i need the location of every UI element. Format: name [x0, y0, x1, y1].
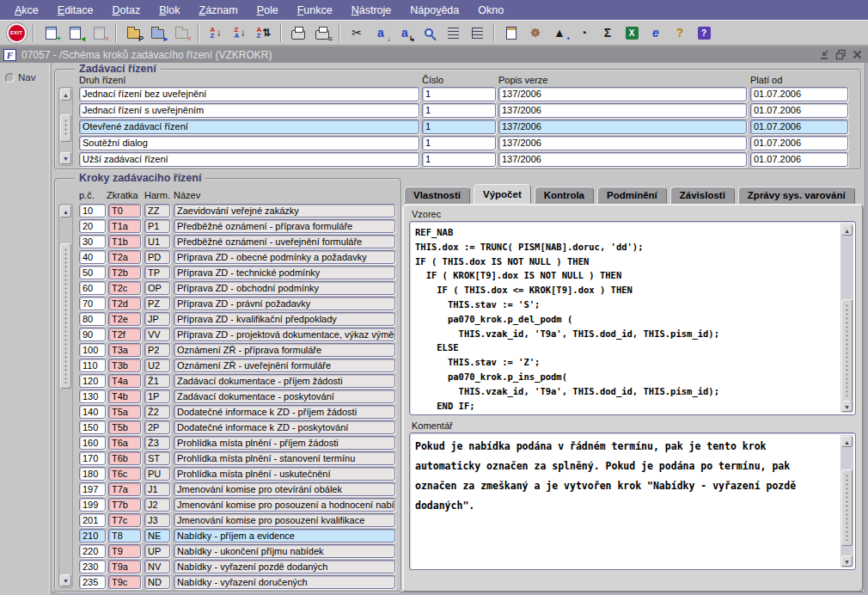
cell-harm[interactable]: U2 [144, 359, 170, 372]
menu-item-pole[interactable]: Pole [248, 2, 288, 19]
cell-nazev[interactable]: Zadávací dokumentace - příjem žádosti [174, 374, 395, 388]
cell-plati[interactable]: 01.07.2006 [750, 136, 848, 150]
cell-zkratka[interactable]: T0 [108, 204, 141, 218]
cell-druh[interactable]: Užší zadávací řízení [79, 152, 419, 167]
cell-nazev[interactable]: Prohlídka místa plnění - příjem žádosti [174, 436, 395, 450]
scrollbar-thumb[interactable] [841, 299, 853, 402]
cut-icon[interactable]: ✂ [345, 22, 368, 43]
menu-item-editace[interactable]: Editace [48, 2, 103, 19]
cell-harm[interactable]: P2 [144, 343, 170, 357]
menu-item-okno[interactable]: Okno [468, 2, 513, 19]
cell-pc[interactable]: 120 [79, 374, 106, 388]
cell-nazev[interactable]: Prohlídka místa plnění - stanovení termí… [174, 451, 395, 465]
cell-zkratka[interactable]: T1b [108, 235, 141, 248]
cell-pc[interactable]: 90 [79, 328, 106, 341]
cell-pc[interactable]: 160 [79, 436, 106, 450]
cell-harm[interactable]: 2P [144, 420, 170, 434]
cell-harm[interactable]: J3 [144, 513, 170, 527]
cell-harm[interactable]: UP [144, 544, 170, 558]
cell-harm[interactable]: Ž3 [144, 436, 170, 450]
cell-pc[interactable]: 50 [79, 266, 106, 279]
cell-harm[interactable]: 1P [144, 390, 170, 403]
cell-pc[interactable]: 210 [79, 529, 106, 543]
cell-plati[interactable]: 01.07.2006 [750, 103, 848, 118]
scroll-down-icon[interactable]: ▼ [841, 555, 853, 567]
tab-zpravy-sys-varovani[interactable]: Zprávy sys. varování [738, 187, 855, 204]
cell-pc[interactable]: 20 [79, 219, 106, 233]
cell-popis[interactable]: 137/2006 [498, 120, 747, 134]
cell-nazev[interactable]: Oznámení ZŘ - příprava formuláře [174, 343, 395, 357]
cell-cislo[interactable]: 1 [422, 120, 496, 134]
wheel-icon[interactable]: ☸ [524, 22, 547, 43]
cell-harm[interactable]: PD [144, 250, 170, 264]
cell-pc[interactable]: 230 [79, 560, 106, 574]
cell-nazev[interactable]: Dodatečné informace k ZD - příjem žádost… [174, 405, 395, 419]
list-icon[interactable] [442, 22, 464, 43]
cell-pc[interactable]: 80 [79, 312, 106, 326]
tab-kontrola[interactable]: Kontrola [535, 187, 594, 204]
cell-zkratka[interactable]: T5a [108, 405, 141, 419]
menu-item-akce[interactable]: Akce [5, 2, 48, 19]
cell-pc[interactable]: 140 [79, 405, 106, 419]
scroll-up-icon[interactable]: ▲ [841, 224, 853, 236]
cell-zkratka[interactable]: T3b [108, 359, 141, 372]
cell-zkratka[interactable]: T9c [108, 575, 141, 589]
item-help-icon[interactable]: ? [669, 22, 691, 43]
cell-harm[interactable]: NE [144, 529, 170, 543]
cell-zkratka[interactable]: T3a [108, 343, 141, 357]
cell-zkratka[interactable]: T5b [108, 420, 141, 434]
cell-druh[interactable]: Soutěžní dialog [79, 136, 419, 150]
sort-asc-icon[interactable]: AZ↓ [205, 22, 227, 43]
pyramid-icon[interactable]: ▲• [548, 22, 571, 43]
cell-cislo[interactable]: 1 [422, 136, 496, 150]
cell-zkratka[interactable]: T4a [108, 374, 141, 388]
komentar-textarea[interactable]: Pokud je nabídka podána v řádném termínu… [409, 432, 856, 570]
cell-pc[interactable]: 100 [79, 343, 106, 357]
mdi-window-titlebar[interactable]: F 07057 - /Schéma kroků zadávacího řízen… [0, 46, 868, 63]
cell-harm[interactable]: P1 [144, 219, 170, 233]
print-icon[interactable] [287, 22, 309, 43]
cell-pc[interactable]: 235 [79, 575, 106, 589]
duplicate-record-icon[interactable]: ◂ [64, 22, 86, 43]
cell-harm[interactable]: ST [144, 451, 170, 465]
cell-popis[interactable]: 137/2006 [498, 103, 747, 118]
cell-pc[interactable]: 60 [79, 281, 106, 295]
cell-harm[interactable]: PU [144, 467, 170, 481]
cell-harm[interactable]: ZZ [144, 204, 170, 218]
vzorec-textarea[interactable]: REF_NAB THIS.dox := TRUNC( PISM[NAB].dor… [409, 221, 856, 415]
excel-icon[interactable]: X [620, 22, 643, 43]
cell-pc[interactable]: 199 [79, 498, 106, 512]
tab-vlastnosti[interactable]: Vlastnosti [404, 187, 470, 204]
nav-radio-button[interactable] [5, 73, 15, 83]
cell-nazev[interactable]: Jmenování komise pro posouzení a hodnoce… [174, 498, 395, 512]
cell-nazev[interactable]: Příprava ZD - obecné podmínky a požadavk… [174, 250, 395, 264]
komentar-scrollbar[interactable]: ▲ ▼ [840, 435, 853, 567]
browser-icon[interactable]: e [645, 22, 667, 43]
cell-nazev[interactable]: Předběžné oznámení - příprava formuláře [174, 219, 395, 233]
close-icon[interactable] [851, 49, 863, 60]
cell-pc[interactable]: 110 [79, 359, 106, 372]
cell-pc[interactable]: 170 [79, 451, 106, 465]
cell-nazev[interactable]: Předběžné oznámení - uveřejnění formulář… [174, 235, 395, 248]
cell-nazev[interactable]: Příprava ZD - kvalifikační předpoklady [174, 312, 395, 326]
cell-zkratka[interactable]: T2c [108, 281, 141, 295]
cell-harm[interactable]: Ž2 [144, 405, 170, 419]
cell-zkratka[interactable]: T9a [108, 560, 141, 574]
menu-item-funkce[interactable]: Funkce [288, 2, 342, 19]
cell-pc[interactable]: 70 [79, 297, 106, 310]
cell-druh[interactable]: Jednací řízení s uveřejněním [79, 103, 419, 118]
cell-nazev[interactable]: Nabídky - vyřazení doručených [174, 575, 395, 589]
cell-nazev[interactable]: Jmenování komise pro otevírání obálek [174, 482, 395, 496]
print-pages-icon[interactable]: ≡ [311, 22, 333, 43]
cell-druh[interactable]: Otevřené zadávací řízení [79, 120, 419, 134]
tab-vypocet[interactable]: Výpočet [474, 184, 531, 204]
cell-pc[interactable]: 201 [79, 513, 106, 527]
cell-harm[interactable]: U1 [144, 235, 170, 248]
cell-nazev[interactable]: Nabídky - příjem a evidence [174, 529, 395, 543]
cell-nazev[interactable]: Jmenování komise pro posouzení kvalifika… [174, 513, 395, 527]
help-icon[interactable]: ? [693, 22, 715, 43]
cell-popis[interactable]: 137/2006 [498, 136, 747, 150]
menu-item-zaznam[interactable]: Záznam [190, 2, 248, 19]
cell-plati[interactable]: 01.07.2006 [750, 120, 848, 134]
cell-nazev[interactable]: Oznámení ZŘ - uveřejnění formuláře [174, 359, 395, 372]
